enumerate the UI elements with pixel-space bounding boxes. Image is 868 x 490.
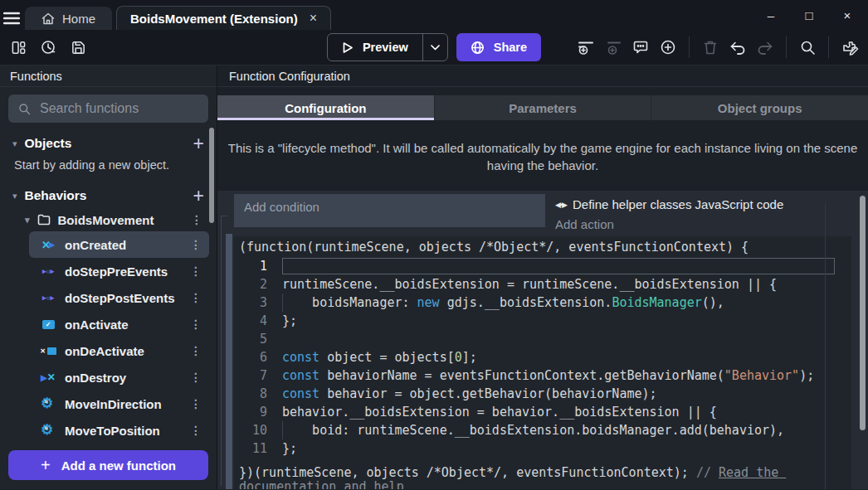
code-lines: 12runtimeScene.__boidsExtension = runtim… (234, 257, 851, 458)
add-comment-button[interactable] (629, 36, 652, 59)
function-label: onDeActivate (65, 344, 144, 358)
sidebar-title: Functions (0, 65, 217, 87)
js-code-editor[interactable]: (function(runtimeScene, objects /*Object… (234, 236, 851, 489)
code-line-10[interactable]: 10 boid: runtimeScene.__boidsExtension.b… (234, 421, 851, 439)
history-icon (40, 39, 56, 56)
sidebar-item-MoveInDirection[interactable]: ⚙»MoveInDirection⋮ (29, 391, 209, 417)
function-label: onCreated (65, 238, 126, 252)
events-scrollbar[interactable] (860, 196, 866, 430)
collapse-caret-icon[interactable]: ▾ (25, 215, 30, 226)
js-event-title-label: Define helper classes JavaScript code (573, 197, 783, 211)
item-menu-button[interactable]: ⋮ (190, 424, 202, 437)
add-event-button[interactable] (574, 36, 597, 59)
delete-button[interactable] (699, 36, 722, 59)
tab-extension[interactable]: BoidsMovement (Extension) × (116, 6, 331, 30)
sidebar-item-doStepPreEvents[interactable]: ▸○▸doStepPreEvents⋮ (29, 258, 209, 284)
sidebar-item-onDeActivate[interactable]: ✕onDeActivate⋮ (29, 337, 209, 364)
js-code-event-title[interactable]: ◀•▶ Define helper classes JavaScript cod… (555, 194, 851, 215)
sidebar-scrollbar[interactable] (209, 128, 214, 223)
code-line-1[interactable]: 1 (234, 257, 851, 275)
code-line-7[interactable]: 7const behaviorName = eventsFunctionCont… (234, 366, 851, 385)
lifecycle-step-icon: ▸○▸ (39, 294, 57, 302)
empty-line-cursor-box[interactable] (282, 258, 835, 274)
code-line-11[interactable]: 11}; (234, 439, 851, 458)
toolbar-center-group: Preview Share (327, 33, 541, 61)
code-text: const behavior = object.getBehavior(beha… (282, 386, 851, 401)
redo-button[interactable] (753, 36, 777, 59)
plus-icon: + (41, 456, 51, 475)
search-functions-box[interactable] (8, 95, 208, 123)
action-gear-icon: ⚙» (39, 423, 57, 438)
add-condition-button[interactable]: Add condition (234, 194, 545, 227)
search-icon (800, 40, 816, 56)
line-number: 1 (234, 259, 282, 274)
function-label: onActivate (65, 318, 129, 332)
add-element-button[interactable] (656, 36, 680, 59)
search-events-button[interactable] (796, 36, 819, 59)
item-menu-button[interactable]: ⋮ (190, 238, 202, 251)
item-menu-button[interactable]: ⋮ (190, 344, 202, 357)
sidebar-item-MoveToPosition[interactable]: ⚙»MoveToPosition⋮ (29, 417, 209, 444)
code-line-9[interactable]: 9behavior.__boidsExtension = behavior.__… (234, 403, 851, 421)
preview-options-button[interactable] (422, 34, 447, 61)
main-menu-button[interactable] (0, 7, 23, 30)
behaviors-section-header[interactable]: ▾ Behaviors + (0, 183, 217, 208)
toolbar-left-group (7, 36, 327, 59)
code-line-2[interactable]: 2runtimeScene.__boidsExtension = runtime… (234, 275, 851, 294)
line-number: 7 (234, 368, 282, 383)
code-footer-line: })(runtimeScene, objects /*Object*/, eve… (234, 466, 851, 489)
main-panel: Function Configuration ConfigurationPara… (217, 65, 868, 489)
add-behavior-button[interactable]: + (193, 187, 204, 204)
add-function-button[interactable]: + Add a new function (8, 450, 208, 480)
preview-button[interactable]: Preview (328, 41, 422, 54)
edit-extension-button[interactable] (838, 36, 861, 59)
save-icon (71, 40, 86, 56)
toolbar: Preview Share (0, 30, 868, 65)
chevron-down-icon (431, 45, 440, 51)
code-text: boid: runtimeScene.__boidsExtension.boid… (282, 423, 851, 438)
add-subevent-icon (604, 39, 622, 56)
collapse-caret-icon[interactable]: ▾ (12, 191, 17, 201)
minimize-button[interactable]: – (752, 2, 790, 28)
tab-home[interactable]: Home (25, 7, 112, 30)
event-actions-column: ◀•▶ Define helper classes JavaScript cod… (545, 194, 851, 233)
add-object-button[interactable]: + (193, 135, 204, 152)
add-action-button[interactable]: Add action (555, 215, 851, 233)
item-menu-button[interactable]: ⋮ (190, 397, 202, 410)
item-menu-button[interactable]: ⋮ (190, 371, 202, 384)
maximize-button[interactable]: □ (790, 2, 828, 28)
close-window-button[interactable]: × (828, 2, 866, 28)
sidebar-item-doStepPostEvents[interactable]: ▸○▸doStepPostEvents⋮ (29, 284, 209, 311)
item-menu-button[interactable]: ⋮ (190, 291, 202, 304)
objects-section-header[interactable]: ▾ Objects + (0, 131, 217, 156)
close-tab-icon[interactable]: × (310, 11, 317, 26)
sidebar-item-onActivate[interactable]: ✓onActivate⋮ (29, 311, 209, 337)
search-functions-input[interactable] (40, 101, 198, 116)
code-line-5[interactable]: 5 (234, 330, 851, 348)
comment-icon (632, 40, 649, 56)
item-menu-button[interactable]: ⋮ (190, 264, 202, 278)
folder-icon (37, 214, 51, 226)
code-footer-text: })(runtimeScene, objects /*Object*/, eve… (239, 465, 696, 480)
code-line-8[interactable]: 8const behavior = object.getBehavior(beh… (234, 385, 851, 403)
sidebar-item-onCreated[interactable]: ✕▶onCreated⋮ (29, 231, 209, 258)
code-line-3[interactable]: 3 boidsManager: new gdjs.__boidsExtensio… (234, 294, 851, 312)
save-button[interactable] (66, 36, 90, 59)
preview-button-label: Preview (363, 41, 408, 54)
share-button[interactable]: Share (456, 33, 541, 61)
function-label: MoveInDirection (65, 397, 162, 411)
behavior-group-row[interactable]: ▾ BoidsMovement ⋮ (0, 208, 217, 231)
code-line-6[interactable]: 6const object = objects[0]; (234, 348, 851, 366)
sidebar-item-onDestroy[interactable]: ▶✕onDestroy⋮ (29, 364, 209, 391)
panes-layout-button[interactable] (7, 36, 30, 59)
item-menu-button[interactable]: ⋮ (190, 318, 202, 331)
add-subevent-button[interactable] (602, 36, 625, 59)
tab-configuration[interactable]: Configuration (217, 95, 434, 120)
undo-button[interactable] (726, 36, 749, 59)
item-menu-button[interactable]: ⋮ (191, 213, 202, 226)
tab-parameters[interactable]: Parameters (434, 95, 651, 120)
tab-object-groups[interactable]: Object groups (651, 95, 868, 120)
collapse-caret-icon[interactable]: ▾ (12, 138, 17, 149)
code-line-4[interactable]: 4}; (234, 312, 851, 330)
version-history-button[interactable] (37, 36, 60, 59)
